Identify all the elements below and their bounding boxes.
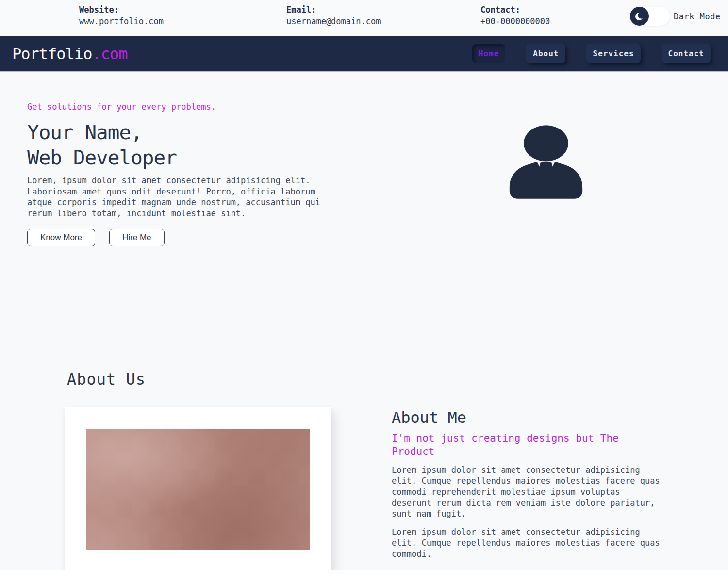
email-value: username@domain.com [286,16,381,27]
hero-title-line2: Web Developer [27,146,177,169]
about-photo-frame [65,407,331,570]
dark-mode-toggle[interactable] [630,7,670,26]
footer-strip [0,570,728,582]
nav-item-home[interactable]: Home [472,44,506,63]
about-text-column: About Me I'm not just creating designs b… [392,408,663,567]
contact-value: +00-0000000000 [480,16,550,27]
about-paragraph-2: Lorem ipsum dolor sit amet consectetur a… [392,527,663,560]
website-label: Website: [79,4,164,16]
logo-primary: Portfolio [12,45,92,63]
hero-description: Lorem, ipsum dolor sit amet consectetur … [27,175,331,219]
dark-mode-label: Dark Mode [674,12,721,21]
website-value: www.portfolio.com [79,16,164,27]
about-section-title: About Us [67,370,728,388]
contact-info: Contact: +00-0000000000 [480,4,550,27]
user-tie-icon [506,125,586,199]
nav-links: Home About Services Contact [472,44,711,63]
navbar: Portfolio.com Home About Services Contac… [0,36,728,72]
nav-item-about[interactable]: About [527,44,565,63]
hero-buttons: Know More Hire Me [27,229,728,246]
hero-title: Your Name,Web Developer [27,120,728,170]
about-subheading: I'm not just creating designs but The Pr… [392,432,663,458]
website-info: Website: www.portfolio.com [79,4,164,27]
about-row: About Me I'm not just creating designs b… [65,407,728,570]
moon-icon [630,7,649,26]
hero-title-line1: Your Name, [27,121,142,144]
nav-item-contact[interactable]: Contact [662,44,711,63]
email-info: Email: username@domain.com [286,4,381,27]
about-heading: About Me [392,408,663,427]
about-photo [86,429,310,550]
logo-accent: .com [92,45,127,63]
hero-tagline: Get solutions for your every problems. [27,102,728,112]
contact-label: Contact: [480,4,550,16]
about-section: About Us About Me I'm not just creating … [0,292,728,570]
topbar: Website: www.portfolio.com Email: userna… [0,0,728,36]
logo[interactable]: Portfolio.com [12,45,127,63]
know-more-button[interactable]: Know More [27,229,95,246]
hire-me-button[interactable]: Hire Me [109,229,165,246]
nav-item-services[interactable]: Services [587,44,641,63]
about-paragraph-1: Lorem ipsum dolor sit amet consectetur a… [392,465,663,519]
email-label: Email: [286,4,381,16]
hero-section: Get solutions for your every problems. Y… [0,72,728,292]
